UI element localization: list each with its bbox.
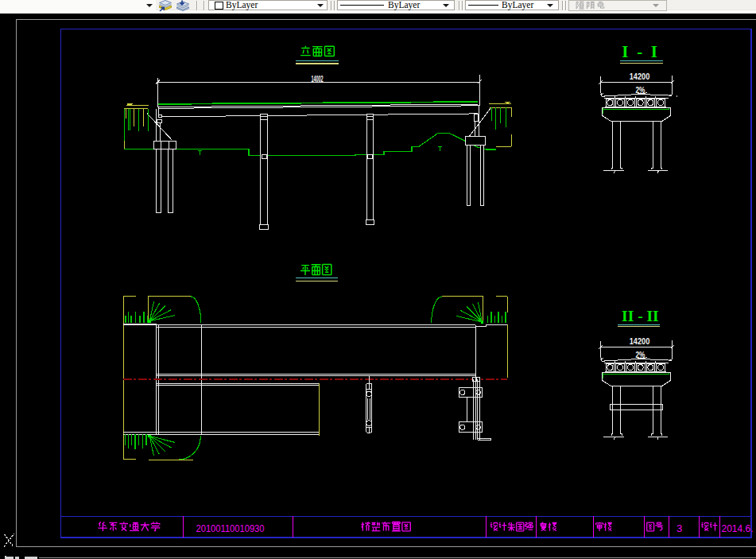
svg-text:II - II: II - II [622,308,659,324]
svg-text:2014.6.: 2014.6. [722,523,754,534]
svg-text:14200: 14200 [630,336,650,346]
svg-text:3: 3 [677,522,682,534]
svg-text:14200: 14200 [630,72,650,81]
svg-text:I - I: I - I [622,42,660,61]
svg-text:20100110010930: 20100110010930 [196,522,265,534]
svg-text:14002: 14002 [311,75,323,83]
